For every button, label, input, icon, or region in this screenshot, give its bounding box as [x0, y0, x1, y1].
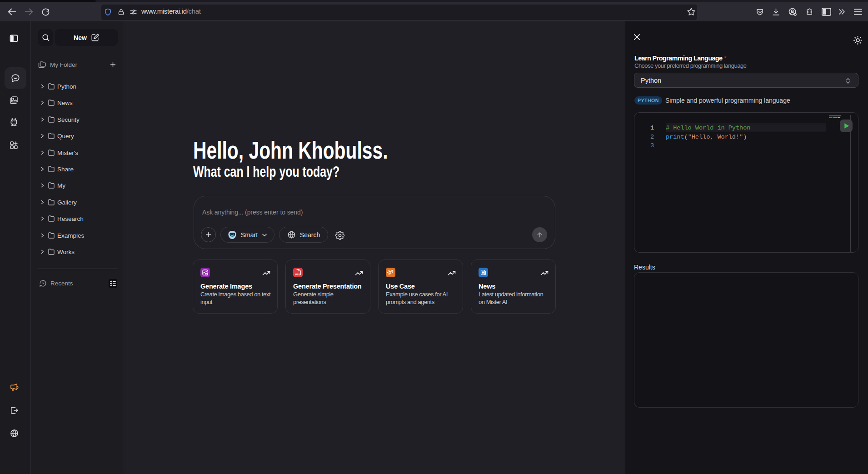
svg-text:PPT: PPT [295, 273, 300, 276]
